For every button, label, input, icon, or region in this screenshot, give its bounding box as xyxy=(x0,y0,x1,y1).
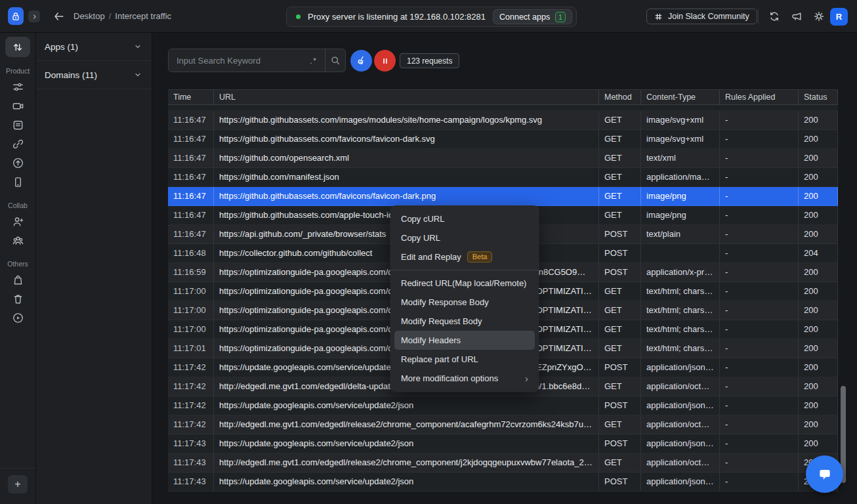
table-row[interactable]: 11:17:43 http://edgedl.me.gvt1.com/edged… xyxy=(168,453,838,472)
cell-rules-applied: - xyxy=(720,206,799,224)
mobile-device-icon xyxy=(12,176,24,188)
cell-content-type: text/html; charset=UTF-8 xyxy=(641,282,720,301)
cell-content-type: application/x-protobuf xyxy=(641,263,720,282)
context-menu-group-2: Redirect URL(Map local/Remote) Modify Re… xyxy=(390,274,539,388)
column-header-url[interactable]: URL xyxy=(214,90,599,104)
cell-status: 200 xyxy=(799,282,838,301)
rail-item-sessions[interactable] xyxy=(5,96,30,116)
cell-method: POST xyxy=(599,225,641,243)
back-button[interactable] xyxy=(52,10,66,23)
proxy-lock-button[interactable] xyxy=(8,7,24,25)
status-dot-icon xyxy=(296,14,301,19)
table-row[interactable]: 11:17:42 http://edgedl.me.gvt1.com/edged… xyxy=(168,415,838,434)
cell-time: 11:17:42 xyxy=(168,396,214,415)
sync-button[interactable] xyxy=(768,10,781,23)
expand-panel-button[interactable] xyxy=(28,10,40,22)
sidebar-group-domains[interactable]: Domains (11) xyxy=(36,61,152,89)
proxy-status-text: Proxy server is listening at 192.168.0.1… xyxy=(308,12,486,22)
rail-item-tutorials[interactable] xyxy=(5,308,30,327)
cell-time: 11:17:01 xyxy=(168,339,214,358)
announcements-button[interactable] xyxy=(790,10,803,23)
support-chat-button[interactable] xyxy=(806,455,843,493)
intercept-traffic-tab-active[interactable] xyxy=(5,37,30,57)
cell-url: https://github.githubassets.com/favicons… xyxy=(214,130,599,148)
cell-rules-applied: - xyxy=(720,358,799,377)
sidebar-group-apps[interactable]: Apps (1) xyxy=(36,33,152,61)
search-button[interactable] xyxy=(325,49,345,72)
pause-capture-button[interactable] xyxy=(374,50,396,72)
cell-url: https://update.googleapis.com/service/up… xyxy=(214,434,599,453)
column-header-content-type[interactable]: Content-Type xyxy=(641,90,720,104)
menu-item[interactable]: More modification options › xyxy=(390,369,539,388)
cell-rules-applied: - xyxy=(720,377,799,396)
cell-time: 11:16:47 xyxy=(168,111,214,129)
table-row[interactable]: 11:16:47 https://github.com/manifest.jso… xyxy=(168,168,838,187)
cell-rules-applied: - xyxy=(720,453,799,472)
table-row[interactable]: 11:17:43 https://update.googleapis.com/s… xyxy=(168,434,838,453)
rail-item-trash[interactable] xyxy=(5,289,30,308)
lock-icon xyxy=(10,11,21,22)
cell-time: 11:17:00 xyxy=(168,320,214,339)
column-header-rules-applied[interactable]: Rules Applied xyxy=(720,90,799,104)
rail-item-rules[interactable] xyxy=(5,77,30,96)
menu-item[interactable]: Edit and Replay Beta xyxy=(390,247,539,266)
cell-content-type: text/xml xyxy=(641,149,720,167)
menu-item[interactable]: Redirect URL(Map local/Remote) xyxy=(390,274,539,293)
rail-item-invite[interactable] xyxy=(5,212,30,231)
cell-time: 11:16:47 xyxy=(168,149,214,167)
rail-item-logs[interactable] xyxy=(5,116,30,135)
submenu-chevron-right-icon: › xyxy=(525,373,528,384)
table-row[interactable]: 11:16:47 https://github.githubassets.com… xyxy=(168,130,838,149)
rail-item-api-client[interactable] xyxy=(5,135,30,154)
cell-content-type: application/json; charset=utf-8 xyxy=(641,434,720,453)
user-avatar[interactable]: R xyxy=(830,8,848,26)
link-icon xyxy=(12,138,24,150)
menu-item[interactable]: Copy cURL xyxy=(390,209,539,228)
menu-item-label: Copy URL xyxy=(401,233,440,243)
rail-section-collab: Collab xyxy=(8,201,28,209)
regex-toggle[interactable]: .* xyxy=(310,56,325,66)
cell-status: 200 xyxy=(799,263,838,282)
clear-traffic-button[interactable] xyxy=(350,50,372,72)
table-row[interactable]: 11:17:43 https://update.googleapis.com/s… xyxy=(168,472,838,492)
cell-method: POST xyxy=(599,263,641,282)
rail-item-file-server[interactable] xyxy=(5,154,30,173)
connect-apps-button[interactable]: Connect apps 1 xyxy=(493,9,572,24)
search-icon xyxy=(330,55,341,66)
cell-time: 11:17:43 xyxy=(168,434,214,453)
menu-item[interactable]: Copy URL xyxy=(390,228,539,247)
shopping-bag-icon xyxy=(12,274,24,286)
add-button[interactable]: + xyxy=(8,475,28,494)
cell-method: GET xyxy=(599,301,641,320)
settings-button[interactable] xyxy=(812,10,826,23)
breadcrumb-section[interactable]: Desktop xyxy=(73,11,105,21)
chevron-down-icon xyxy=(134,43,142,51)
table-row[interactable]: 11:17:42 https://update.googleapis.com/s… xyxy=(168,396,838,415)
column-header-status[interactable]: Status xyxy=(799,90,838,104)
play-circle-icon xyxy=(12,312,24,324)
table-row[interactable]: https://github.githubassets.com/images/m… xyxy=(168,105,838,111)
column-header-time[interactable]: Time xyxy=(168,90,214,104)
table-row[interactable]: 11:16:47 https://github.githubassets.com… xyxy=(168,187,838,206)
rail-item-team[interactable] xyxy=(5,231,30,250)
toggles-icon xyxy=(12,81,24,93)
menu-item-label: Redirect URL(Map local/Remote) xyxy=(401,278,526,288)
swap-vertical-icon xyxy=(12,41,24,53)
menu-item[interactable]: Modify Response Body xyxy=(390,293,539,312)
rail-item-marketplace[interactable] xyxy=(5,270,30,289)
menu-item[interactable]: Modify Request Body xyxy=(390,312,539,331)
rail-item-mobile-debugger[interactable] xyxy=(5,173,30,192)
cell-content-type: application/json; charset=utf-8 xyxy=(641,396,720,415)
cell-method: GET xyxy=(599,111,641,129)
table-row[interactable]: 11:16:47 https://github.com/opensearch.x… xyxy=(168,149,838,168)
cell-time: 11:17:43 xyxy=(168,453,214,472)
search-input[interactable] xyxy=(169,56,310,66)
join-slack-button[interactable]: Join Slack Community xyxy=(646,9,757,24)
cell-status: 200 xyxy=(799,301,838,320)
menu-item[interactable]: Replace part of URL xyxy=(390,350,539,369)
column-header-method[interactable]: Method xyxy=(599,90,641,104)
menu-item[interactable]: Modify Headers xyxy=(394,331,535,350)
cell-status: 200 xyxy=(799,111,838,129)
rail-section-others: Others xyxy=(7,260,28,268)
table-row[interactable]: 11:16:47 https://github.githubassets.com… xyxy=(168,111,838,130)
